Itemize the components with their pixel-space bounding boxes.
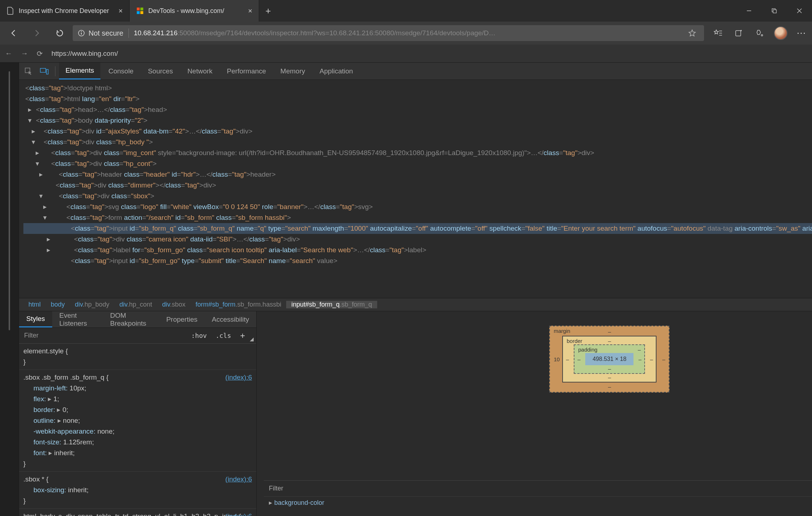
dom-node[interactable]: ▸ <class="tag">label for="sb_form_go" cl… xyxy=(23,245,812,255)
devtools-panel: Elements Console Sources Network Perform… xyxy=(19,63,812,516)
extensions-icon[interactable] xyxy=(753,26,767,40)
browser-tab-active[interactable]: DevTools - www.bing.com/ × xyxy=(130,0,259,22)
svg-point-11 xyxy=(81,31,82,32)
breadcrumb-item[interactable]: form#sb_form.sb_form.hassbi xyxy=(190,301,286,308)
close-tab-icon[interactable]: × xyxy=(248,7,252,15)
computed-filter-input[interactable]: Filter xyxy=(269,485,283,492)
dom-node[interactable]: ▸ <class="tag">div class="camera icon" d… xyxy=(23,234,812,245)
styles-filter-row: Filter :hov .cls + ◢ xyxy=(19,328,256,344)
tab-dom-breakpoints[interactable]: DOM Breakpoints xyxy=(103,311,159,327)
dom-node[interactable]: ▸ <class="tag">head>…</class="tag">head> xyxy=(23,104,812,115)
dom-node[interactable]: <class="tag">div class="dimmer"></class=… xyxy=(23,180,812,191)
close-window-button[interactable] xyxy=(787,0,812,22)
toolbar-actions: ⋯ xyxy=(711,26,808,40)
device-toolbar-icon[interactable] xyxy=(37,64,51,78)
computed-property[interactable]: ▸background-color xyxy=(264,496,812,509)
margin-left-value: 10 xyxy=(554,356,560,362)
device-frame[interactable]: Images Connor 895🏅 ☰ Bing xyxy=(9,71,10,330)
favorites-list-icon[interactable] xyxy=(711,26,725,40)
dom-tree[interactable]: <class="tag">!doctype html> <class="tag"… xyxy=(19,80,812,298)
tab-memory[interactable]: Memory xyxy=(274,63,312,80)
svg-rect-6 xyxy=(773,10,776,13)
back-button[interactable] xyxy=(4,24,24,42)
inspect-element-icon[interactable] xyxy=(21,64,36,78)
source-link[interactable]: (index):6 xyxy=(225,372,252,383)
tab-accessibility[interactable]: Accessibility xyxy=(205,311,256,327)
styles-filter-input[interactable]: Filter xyxy=(19,332,187,339)
dom-node[interactable]: <class="tag">input id="sb_form_q" class=… xyxy=(23,223,812,234)
close-tab-icon[interactable]: × xyxy=(118,7,123,15)
breadcrumb-item[interactable]: input#sb_form_q.sb_form_q xyxy=(286,301,377,308)
minimize-button[interactable] xyxy=(736,0,762,22)
bing-search-box[interactable] xyxy=(9,119,10,139)
computed-pane: margin 10 – – – border – – – – xyxy=(257,311,812,516)
tab-properties[interactable]: Properties xyxy=(159,311,205,327)
breadcrumb-item[interactable]: div.sbox xyxy=(157,301,191,308)
box-model[interactable]: margin 10 – – – border – – – – xyxy=(549,326,669,393)
reload-icon[interactable]: ⟳ xyxy=(37,49,43,58)
dom-node[interactable]: ▾ <class="tag">div class="sbox"> xyxy=(23,191,812,202)
maximize-button[interactable] xyxy=(762,0,787,22)
dom-node[interactable]: ▾ <class="tag">div class="hp_body "> xyxy=(23,137,812,148)
address-bar[interactable]: Not secure 10.68.241.216:50080/msedge/71… xyxy=(73,25,704,41)
tab-console[interactable]: Console xyxy=(102,63,140,80)
dom-node[interactable]: <class="tag">html lang="en" dir="ltr"> xyxy=(23,94,812,104)
tab-event-listeners[interactable]: Event Listeners xyxy=(52,311,103,327)
new-tab-button[interactable]: + xyxy=(259,0,277,22)
css-rules[interactable]: element.style {}(index):6.sbox .sb_form … xyxy=(19,344,256,516)
svg-rect-1 xyxy=(140,8,143,10)
dom-breadcrumbs[interactable]: htmlbodydiv.hp_bodydiv.hp_contdiv.sboxfo… xyxy=(19,298,812,311)
breadcrumb-item[interactable]: div.hp_cont xyxy=(114,301,157,308)
back-icon[interactable]: ← xyxy=(5,49,12,58)
breadcrumb-item[interactable]: body xyxy=(46,301,70,308)
dom-node[interactable]: ▸ <class="tag">svg class="logo" fill="wh… xyxy=(23,202,812,212)
dom-node[interactable]: ▸ <class="tag">div class="img_cont" styl… xyxy=(23,148,812,158)
inspected-url[interactable]: https://www.bing.com/ xyxy=(51,50,118,58)
forward-button[interactable] xyxy=(27,24,47,42)
source-link[interactable]: (index):6 xyxy=(225,511,252,516)
tab-styles[interactable]: Styles xyxy=(19,311,52,327)
reload-button[interactable] xyxy=(50,24,70,42)
hov-toggle[interactable]: :hov xyxy=(187,332,211,339)
tab-application[interactable]: Application xyxy=(313,63,360,80)
css-rule[interactable]: (index):6html, body, a, div, span, table… xyxy=(19,509,256,516)
not-secure-label: Not secure xyxy=(89,29,123,37)
css-rule[interactable]: (index):6.sbox * {box-sizing: inherit;} xyxy=(19,472,256,509)
dom-node[interactable]: <class="tag">input id="sb_form_go" type=… xyxy=(23,255,812,266)
tab-title: Inspect with Chrome Developer xyxy=(19,7,114,15)
menu-icon[interactable]: ⋯ xyxy=(795,26,808,40)
dom-node[interactable]: ▾ <class="tag">form action="/search" id=… xyxy=(23,212,812,223)
tab-performance[interactable]: Performance xyxy=(220,63,272,80)
dom-node[interactable]: ▾ <class="tag">body data-priority="2"> xyxy=(23,115,812,126)
css-rule[interactable]: (index):6.sbox .sb_form .sb_form_q {marg… xyxy=(19,370,256,472)
dom-node[interactable]: <class="tag">!doctype html> xyxy=(23,83,812,94)
css-rule[interactable]: element.style {} xyxy=(19,344,256,370)
computed-filter-row: Filter Show all xyxy=(264,480,812,496)
edge-favicon-icon xyxy=(136,7,144,15)
tab-elements[interactable]: Elements xyxy=(59,63,100,80)
cls-toggle[interactable]: .cls xyxy=(211,332,235,339)
tab-sources[interactable]: Sources xyxy=(141,63,180,80)
border-label: border xyxy=(567,338,582,344)
news-item[interactable]: Signed and delivered xyxy=(9,318,10,324)
breadcrumb-item[interactable]: div.hp_body xyxy=(70,301,114,308)
dom-node[interactable]: ▾ <class="tag">div class="hp_cont"> xyxy=(23,158,812,169)
browser-toolbar: Not secure 10.68.241.216:50080/msedge/71… xyxy=(0,22,812,45)
resize-corner-icon[interactable]: ◢ xyxy=(250,336,256,343)
forward-icon[interactable]: → xyxy=(21,49,28,58)
new-rule-button[interactable]: + xyxy=(235,331,250,341)
tab-network[interactable]: Network xyxy=(181,63,219,80)
favorite-star-icon[interactable] xyxy=(685,26,699,40)
dom-node[interactable]: ▸ <class="tag">div id="ajaxStyles" data-… xyxy=(23,126,812,137)
security-indicator[interactable]: Not secure xyxy=(78,29,123,37)
window-controls xyxy=(736,0,812,22)
source-link[interactable]: (index):6 xyxy=(225,474,252,485)
svg-rect-2 xyxy=(137,11,140,14)
browser-tab-inactive[interactable]: Inspect with Chrome Developer × xyxy=(0,0,130,22)
breadcrumb-item[interactable]: html xyxy=(23,301,46,308)
profile-avatar[interactable] xyxy=(774,26,788,40)
collections-icon[interactable] xyxy=(732,26,746,40)
dom-node[interactable]: ▸ <class="tag">header class="header" id=… xyxy=(23,169,812,180)
tab-title: DevTools - www.bing.com/ xyxy=(148,7,244,15)
browser-tab-strip: Inspect with Chrome Developer × DevTools… xyxy=(0,0,812,22)
